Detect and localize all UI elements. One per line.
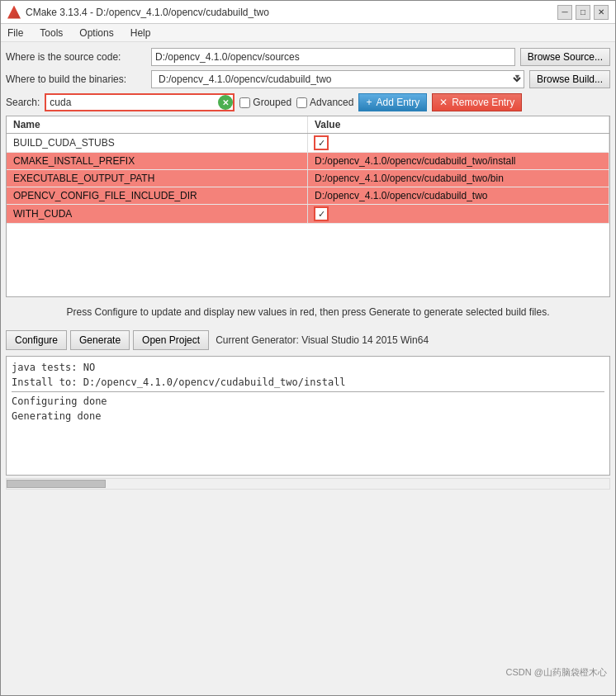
log-line-3: Configuring done [12, 394, 604, 409]
generate-button[interactable]: Generate [70, 330, 130, 350]
log-divider [12, 391, 604, 392]
x-icon [439, 97, 449, 108]
search-input[interactable] [45, 93, 235, 111]
advanced-checkbox[interactable] [296, 97, 307, 108]
bottom-bar: Configure Generate Open Project Current … [6, 327, 610, 353]
configure-button[interactable]: Configure [6, 330, 67, 350]
close-button[interactable]: ✕ [594, 5, 609, 20]
cell-name-0: BUILD_CUDA_STUBS [7, 134, 308, 152]
table-body: BUILD_CUDA_STUBS CMAKE_INSTALL_PREFIX D:… [7, 134, 609, 294]
build-label: Where to build the binaries: [6, 73, 146, 85]
cell-name-4: WITH_CUDA [7, 205, 308, 223]
remove-entry-button[interactable]: Remove Entry [432, 93, 522, 111]
source-label: Where is the source code: [6, 51, 146, 63]
search-input-wrapper: ✕ [45, 93, 235, 111]
advanced-checkbox-label[interactable]: Advanced [296, 97, 353, 108]
minimize-button[interactable]: ─ [557, 5, 572, 20]
cell-name-1: CMAKE_INSTALL_PREFIX [7, 153, 308, 169]
add-entry-label: Add Entry [376, 97, 419, 108]
table-row: CMAKE_INSTALL_PREFIX D:/opencv_4.1.0/ope… [7, 153, 609, 170]
menu-file[interactable]: File [4, 26, 26, 40]
cell-value-3[interactable]: D:/opencv_4.1.0/opencv/cudabuild_two [308, 187, 609, 204]
header-name: Name [7, 116, 308, 133]
add-entry-button[interactable]: Add Entry [358, 93, 427, 111]
grouped-checkbox-label[interactable]: Grouped [239, 97, 291, 108]
cmake-icon [7, 6, 21, 19]
table-row: EXECUTABLE_OUTPUT_PATH D:/opencv_4.1.0/o… [7, 170, 609, 187]
log-container[interactable]: java tests: NO Install to: D:/opencv_4.1… [6, 356, 610, 476]
log-line-1: Install to: D:/opencv_4.1.0/opencv/cudab… [12, 375, 604, 390]
menu-tools[interactable]: Tools [36, 26, 66, 40]
cell-value-2[interactable]: D:/opencv_4.1.0/opencv/cudabuild_two/bin [308, 170, 609, 187]
build-dropdown[interactable]: D:/opencv_4.1.0/opencv/cudabuild_two [151, 70, 524, 88]
remove-entry-label: Remove Entry [452, 97, 514, 108]
build-row: Where to build the binaries: D:/opencv_4… [6, 69, 610, 89]
table-row: BUILD_CUDA_STUBS [7, 134, 609, 153]
grouped-label: Grouped [253, 97, 291, 108]
menu-bar: File Tools Options Help [1, 24, 615, 42]
table-container: Name Value BUILD_CUDA_STUBS [6, 116, 610, 297]
log-line-4: Generating done [12, 409, 604, 424]
menu-options[interactable]: Options [76, 26, 116, 40]
menu-help[interactable]: Help [127, 26, 154, 40]
scrollbar-thumb[interactable] [7, 480, 106, 488]
title-bar-title: CMake 3.13.4 - D:/opencv_4.1.0/opencv/cu… [26, 7, 269, 18]
cell-name-3: OPENCV_CONFIG_FILE_INCLUDE_DIR [7, 187, 308, 204]
source-row: Where is the source code: Browse Source.… [6, 47, 610, 67]
title-bar: CMake 3.13.4 - D:/opencv_4.1.0/opencv/cu… [1, 1, 615, 24]
log-line-0: java tests: NO [12, 360, 604, 375]
maximize-button[interactable]: □ [576, 5, 590, 20]
cell-value-1[interactable]: D:/opencv_4.1.0/opencv/cudabuild_two/ins… [308, 153, 609, 169]
cell-name-2: EXECUTABLE_OUTPUT_PATH [7, 170, 308, 187]
search-row: Search: ✕ Grouped Advanced Add Entry Rem… [6, 92, 610, 113]
advanced-label: Advanced [310, 97, 353, 108]
generator-label: Current Generator: Visual Studio 14 2015… [216, 334, 429, 346]
table-header: Name Value [7, 116, 609, 134]
with-cuda-checkbox[interactable] [315, 207, 328, 220]
build-dropdown-wrapper: D:/opencv_4.1.0/opencv/cudabuild_two [151, 70, 524, 88]
cell-value-4[interactable] [308, 205, 609, 223]
open-project-button[interactable]: Open Project [133, 330, 209, 350]
status-text: Press Configure to update and display ne… [6, 300, 610, 324]
build-cuda-stubs-checkbox[interactable] [315, 136, 328, 149]
cell-value-0[interactable] [308, 134, 609, 152]
title-bar-left: CMake 3.13.4 - D:/opencv_4.1.0/opencv/cu… [7, 6, 269, 19]
browse-source-button[interactable]: Browse Source... [520, 48, 610, 66]
grouped-checkbox[interactable] [239, 97, 250, 108]
source-input[interactable] [151, 48, 515, 66]
main-window: CMake 3.13.4 - D:/opencv_4.1.0/opencv/cu… [0, 0, 616, 696]
horizontal-scrollbar[interactable] [6, 478, 610, 490]
content-area: Where is the source code: Browse Source.… [1, 42, 615, 695]
browse-build-button[interactable]: Browse Build... [529, 70, 610, 88]
header-value: Value [308, 116, 609, 133]
search-label: Search: [6, 97, 40, 108]
plus-icon [366, 97, 373, 108]
title-bar-controls: ─ □ ✕ [557, 5, 609, 20]
table-row: OPENCV_CONFIG_FILE_INCLUDE_DIR D:/opencv… [7, 187, 609, 205]
table-row: WITH_CUDA [7, 205, 609, 224]
watermark: CSDN @山药脑袋橙木心 [506, 666, 607, 679]
